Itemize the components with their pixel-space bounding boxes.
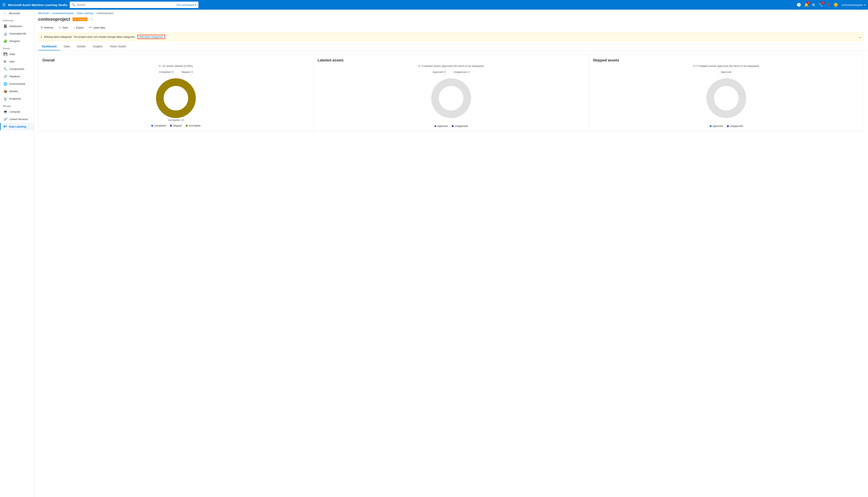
jobs-icon: ⚙ — [3, 60, 7, 63]
endpoints-icon: 📡 — [3, 97, 8, 101]
sidebar: ← Microsoft Authoring 📓 Notebooks 🔬 Auto… — [0, 10, 34, 497]
sidebar-jobs-label: Jobs — [9, 60, 14, 63]
svg-point-3 — [710, 82, 742, 114]
legend-skipped: Skipped — [170, 124, 181, 127]
favorite-button[interactable]: ☆ — [90, 17, 93, 22]
svg-point-2 — [435, 82, 467, 114]
label-data-icon: ✏ — [89, 26, 92, 29]
breadcrumb-sep2: › — [75, 12, 76, 15]
tab-details[interactable]: Details — [73, 43, 89, 51]
overall-chart-container: Completed: 0 Skipped: 0 || — [42, 71, 309, 127]
unapproved-legend-label: Unapproved — [455, 125, 468, 128]
notifications-icon[interactable]: 🔔 23 — [804, 3, 809, 7]
skipped-legend-approved: Approved — [709, 125, 723, 128]
tab-vision-studio[interactable]: Vision Studio — [106, 43, 130, 51]
sidebar-item-pipelines[interactable]: 🔗 Pipelines — [0, 73, 34, 80]
sidebar-item-endpoints[interactable]: 📡 Endpoints — [0, 95, 34, 102]
sidebar-item-automated-ml[interactable]: 🔬 Automated ML — [0, 30, 34, 37]
start-icon: ▷ — [59, 26, 61, 29]
sidebar-item-environments[interactable]: 🌐 Environments — [0, 80, 34, 87]
sidebar-data-label: Data — [10, 53, 15, 56]
warning-message: Missing label categories: The project do… — [44, 36, 136, 38]
skipped-unappr-legend: Unapproved — [730, 125, 743, 128]
sidebar-item-data-labeling[interactable]: 🏷 Data Labeling — [0, 123, 34, 130]
sidebar-item-microsoft[interactable]: ← Microsoft — [0, 10, 34, 17]
history-icon[interactable]: 🕐 — [797, 3, 801, 7]
models-icon: 📦 — [3, 89, 8, 93]
sidebar-designer-label: Designer — [10, 40, 20, 43]
approved-dot — [435, 125, 437, 127]
help-icon[interactable]: ❓ — [826, 3, 830, 7]
sidebar-item-data[interactable]: 💾 Data — [0, 51, 34, 58]
search-scope[interactable]: This workspace ▾ — [176, 3, 196, 6]
sidebar-data-labeling-label: Data Labeling — [9, 125, 26, 128]
layout: ← Microsoft Authoring 📓 Notebooks 🔬 Auto… — [0, 10, 868, 497]
incomplete-dot — [186, 125, 188, 127]
breadcrumb-data-labeling[interactable]: Data Labeling — [77, 12, 93, 15]
user-menu[interactable]: contosoworkspace ▾ — [841, 3, 866, 6]
alerts-icon[interactable]: 🔧 14 — [818, 3, 823, 7]
skipped-card-subtitle: 0 / 0 skipped assets approved (No items … — [593, 65, 860, 68]
export-button[interactable]: ↑ Export — [71, 25, 86, 30]
sidebar-item-notebooks[interactable]: 📓 Notebooks — [0, 23, 34, 30]
completed-label: Completed: 0 — [159, 71, 173, 73]
breadcrumb: Microsoft › contosoworkspace › Data Labe… — [34, 10, 868, 15]
settings-icon[interactable]: ⚙ — [812, 3, 815, 7]
skipped-assets-card: Skipped assets 0 / 0 skipped assets appr… — [589, 54, 864, 131]
skipped-donut-chart — [704, 76, 748, 120]
search-bar[interactable]: 🔍 This workspace ▾ — [70, 2, 198, 8]
sidebar-item-models[interactable]: 📦 Models — [0, 87, 34, 95]
toolbar: ↻ Refresh ▷ Start ↑ Export ✏ Label data — [34, 24, 868, 33]
sidebar-item-components[interactable]: 🔧 Components — [0, 65, 34, 73]
sidebar-item-compute[interactable]: 💻 Compute — [0, 108, 34, 115]
manage-section-label: Manage — [0, 102, 34, 108]
hamburger-icon[interactable]: ☰ — [2, 3, 5, 7]
page-title: contosoproject — [38, 17, 70, 22]
start-button[interactable]: ▷ Start — [57, 25, 70, 30]
sidebar-models-label: Models — [10, 90, 18, 93]
sidebar-item-designer[interactable]: 🧩 Designer — [0, 37, 34, 45]
add-label-categories-link[interactable]: Add label categories. — [138, 35, 165, 39]
sidebar-pipelines-label: Pipelines — [10, 75, 20, 78]
tabs: Dashboard Data Details Insights Vision S… — [34, 43, 868, 51]
legend-completed: Completed — [151, 124, 166, 127]
overall-donut-chart — [154, 76, 198, 120]
status-label: Paused — [78, 18, 86, 21]
refresh-icon: ↻ — [41, 26, 43, 29]
breadcrumb-workspace[interactable]: contosoworkspace — [52, 12, 74, 15]
skipped-dot — [170, 125, 172, 127]
approved-legend-label: Approved — [438, 125, 448, 128]
sidebar-linked-services-label: Linked Services — [10, 118, 28, 121]
svg-point-1 — [160, 82, 192, 114]
sidebar-item-linked-services[interactable]: 🔗 Linked Services — [0, 115, 34, 123]
tab-data[interactable]: Data — [60, 43, 73, 51]
completed-legend-label: Completed — [154, 124, 166, 127]
automated-ml-icon: 🔬 — [3, 32, 8, 36]
collapse-banner-button[interactable]: ⌄ — [858, 34, 862, 39]
label-data-button[interactable]: ✏ Label data — [87, 25, 108, 30]
tab-insights[interactable]: Insights — [89, 43, 106, 51]
sidebar-notebooks-label: Notebooks — [10, 25, 22, 28]
dashboard-grid: Overall 0 / 32 assets labeled (0.00%) Co… — [34, 51, 868, 136]
account-icon[interactable]: 😊 — [833, 3, 838, 7]
data-icon: 💾 — [3, 52, 8, 56]
user-chevron-icon: ▾ — [864, 3, 866, 6]
tab-dashboard[interactable]: Dashboard — [38, 43, 60, 51]
back-icon: ← — [3, 12, 7, 15]
sidebar-item-jobs[interactable]: ⚙ Jobs — [0, 58, 34, 65]
notebooks-icon: 📓 — [3, 24, 8, 28]
alerts-badge: 14 — [821, 1, 824, 4]
page-header: contosoproject ⏸ Paused ☆ — [34, 15, 868, 24]
refresh-button[interactable]: ↻ Refresh — [38, 25, 56, 30]
skipped-approved-dot — [709, 125, 712, 127]
search-input[interactable] — [77, 3, 175, 6]
sidebar-microsoft-label: Microsoft — [9, 12, 20, 15]
sidebar-environments-label: Environments — [10, 82, 25, 85]
topnav: ☰ Microsoft Azure Machine Learning Studi… — [0, 0, 868, 10]
skipped-card-title: Skipped assets — [593, 58, 860, 62]
labeled-legend-unapproved: Unapproved — [452, 125, 468, 128]
overall-legend: Completed Skipped Incomplete — [151, 124, 201, 127]
breadcrumb-microsoft[interactable]: Microsoft — [38, 12, 49, 15]
info-icon: ℹ — [41, 35, 42, 39]
export-icon: ↑ — [73, 26, 75, 29]
